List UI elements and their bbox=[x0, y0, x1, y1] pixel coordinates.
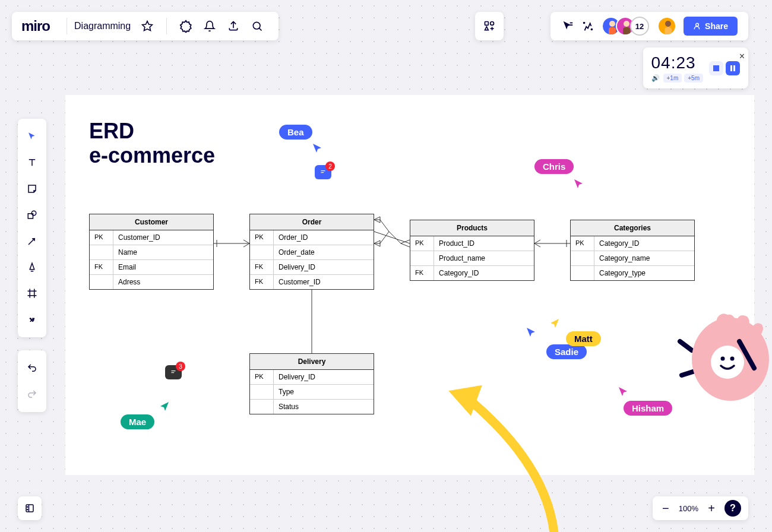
user-cursor-hisham: Hisham bbox=[624, 401, 672, 416]
diagram-title[interactable]: ERD e-commerce bbox=[89, 119, 215, 168]
avatar-group[interactable]: 12 bbox=[602, 17, 649, 36]
svg-point-12 bbox=[609, 21, 615, 27]
arrow-tool[interactable] bbox=[18, 228, 46, 254]
current-user-avatar[interactable] bbox=[657, 17, 676, 36]
svg-rect-3 bbox=[485, 22, 489, 26]
timer-add-1m[interactable]: +1m bbox=[663, 74, 682, 83]
svg-line-41 bbox=[401, 243, 410, 247]
share-button[interactable]: Share bbox=[684, 17, 738, 36]
comment-icon[interactable]: 3 bbox=[165, 365, 182, 379]
divider bbox=[67, 18, 67, 34]
reactions-icon[interactable] bbox=[581, 20, 594, 33]
timer-time: 04:23 bbox=[651, 53, 703, 72]
divider bbox=[166, 18, 167, 34]
svg-rect-56 bbox=[26, 505, 33, 512]
cursor-icon bbox=[526, 327, 536, 337]
comment-count-badge: 3 bbox=[176, 362, 185, 371]
cursor-present-icon[interactable] bbox=[561, 20, 574, 33]
zoom-in-button[interactable]: + bbox=[705, 502, 717, 515]
more-tools[interactable]: » bbox=[18, 306, 46, 332]
zoom-level[interactable]: 100% bbox=[679, 504, 698, 513]
title-line: ERD bbox=[89, 119, 215, 143]
board-name[interactable]: Diagramming bbox=[74, 21, 131, 31]
pen-tool[interactable] bbox=[18, 254, 46, 280]
entity-delivery[interactable]: Delivery PKDelivery_ID Type Status bbox=[249, 353, 374, 414]
svg-rect-15 bbox=[623, 27, 630, 36]
svg-point-55 bbox=[730, 357, 735, 361]
entity-products[interactable]: Products PKProduct_ID Product_name FKCat… bbox=[410, 220, 534, 281]
entity-order[interactable]: Order PKOrder_ID Order_date FKDelivery_I… bbox=[249, 214, 374, 290]
svg-point-59 bbox=[27, 509, 28, 510]
svg-rect-17 bbox=[665, 27, 672, 36]
svg-rect-13 bbox=[609, 27, 616, 36]
svg-rect-19 bbox=[713, 65, 719, 71]
cursor-icon bbox=[618, 386, 628, 397]
sound-icon[interactable]: 🔊 bbox=[651, 74, 660, 82]
select-tool[interactable] bbox=[18, 124, 46, 150]
frames-panel-button[interactable] bbox=[18, 496, 42, 520]
svg-point-4 bbox=[491, 22, 494, 26]
svg-line-45 bbox=[534, 243, 540, 247]
comment-count-badge: 2 bbox=[325, 162, 335, 171]
timer-add-buttons: +1m +5m bbox=[663, 74, 703, 83]
share-label: Share bbox=[705, 21, 728, 31]
tools-toolbar: » bbox=[18, 119, 46, 337]
svg-point-18 bbox=[696, 23, 699, 26]
svg-point-58 bbox=[27, 506, 28, 507]
user-cursor-matt: Matt bbox=[566, 331, 601, 346]
help-button[interactable]: ? bbox=[724, 500, 741, 517]
entity-categories[interactable]: Categories PKCategory_ID Category_name C… bbox=[570, 220, 695, 281]
miro-logo[interactable]: miro bbox=[21, 18, 50, 34]
entity-header: Products bbox=[410, 220, 534, 236]
cursor-icon bbox=[573, 178, 584, 189]
star-icon[interactable] bbox=[140, 19, 154, 33]
entity-header: Categories bbox=[571, 220, 694, 236]
undo-button[interactable] bbox=[18, 355, 46, 381]
main-header: miro Diagramming bbox=[12, 12, 279, 40]
svg-line-34 bbox=[374, 232, 410, 243]
svg-point-14 bbox=[624, 21, 629, 27]
export-icon[interactable] bbox=[226, 19, 241, 33]
cursor-icon bbox=[549, 318, 560, 328]
canvas-frame[interactable]: ERD e-commerce Customer PKCustomer_ID Na… bbox=[65, 95, 754, 475]
user-cursor-chris: Chris bbox=[534, 159, 574, 174]
shape-tool[interactable] bbox=[18, 202, 46, 228]
timer-add-5m[interactable]: +5m bbox=[684, 74, 703, 83]
entity-customer[interactable]: Customer PKCustomer_ID Name FKEmail Adre… bbox=[89, 214, 214, 290]
svg-rect-21 bbox=[733, 65, 735, 71]
user-cursor-sadie: Sadie bbox=[546, 344, 587, 359]
entity-header: Customer bbox=[90, 214, 213, 230]
timer-pause-button[interactable] bbox=[726, 61, 740, 75]
svg-point-16 bbox=[665, 21, 671, 27]
redo-button[interactable] bbox=[18, 381, 46, 407]
search-icon[interactable] bbox=[250, 19, 264, 33]
svg-point-54 bbox=[721, 357, 725, 361]
svg-line-39 bbox=[389, 232, 401, 243]
text-tool[interactable] bbox=[18, 150, 46, 176]
cursor-icon bbox=[159, 401, 170, 411]
undo-redo-toolbar bbox=[18, 350, 46, 412]
apps-button[interactable] bbox=[475, 12, 504, 40]
sticky-tool[interactable] bbox=[18, 176, 46, 202]
zoom-out-button[interactable]: − bbox=[660, 502, 672, 515]
entity-header: Order bbox=[250, 214, 374, 230]
user-cursor-bea: Bea bbox=[279, 125, 312, 140]
frame-tool[interactable] bbox=[18, 280, 46, 306]
bell-icon[interactable] bbox=[203, 19, 217, 33]
timer-stop-button[interactable] bbox=[709, 61, 723, 75]
timer-close-icon[interactable]: × bbox=[739, 51, 745, 62]
zoom-controls: − 100% + ? bbox=[653, 496, 748, 520]
settings-icon[interactable] bbox=[179, 19, 193, 33]
svg-point-53 bbox=[711, 346, 744, 379]
svg-line-44 bbox=[534, 240, 540, 243]
svg-line-40 bbox=[401, 240, 410, 243]
avatar-overflow-count[interactable]: 12 bbox=[630, 17, 649, 36]
ok-hand-sticker[interactable] bbox=[671, 309, 772, 416]
svg-line-32 bbox=[243, 240, 249, 243]
comment-icon[interactable]: 2 bbox=[315, 165, 331, 179]
svg-point-1 bbox=[253, 22, 260, 29]
svg-line-2 bbox=[259, 28, 261, 30]
timer-widget[interactable]: 04:23 🔊 +1m +5m × bbox=[643, 48, 748, 88]
title-line: e-commerce bbox=[89, 143, 215, 167]
arrow-sticker[interactable] bbox=[398, 374, 600, 532]
